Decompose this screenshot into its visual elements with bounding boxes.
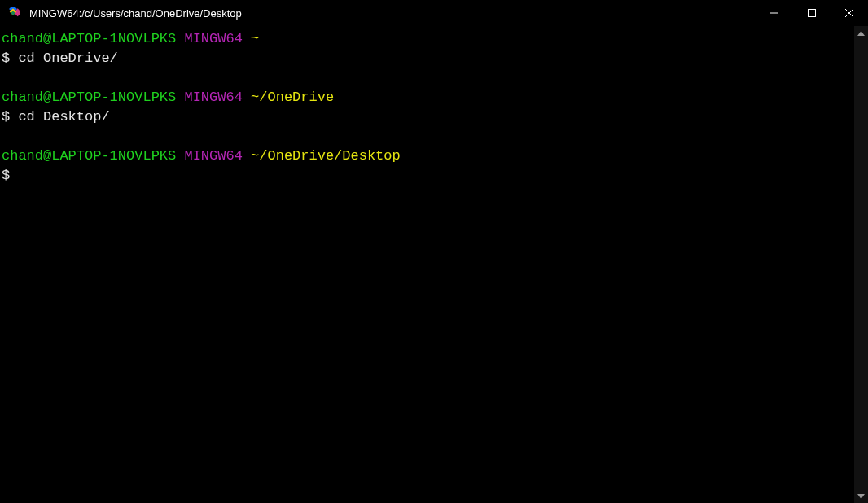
- chevron-down-icon: [857, 494, 865, 499]
- prompt-line: chand@LAPTOP-1NOVLPKS MINGW64 ~/OneDrive…: [2, 147, 853, 166]
- svg-marker-8: [857, 31, 865, 36]
- cwd: ~/OneDrive: [251, 90, 334, 105]
- terminal-area: chand@LAPTOP-1NOVLPKS MINGW64 ~$ cd OneD…: [0, 26, 868, 503]
- git-bash-icon: [7, 7, 20, 20]
- user-host: chand@LAPTOP-1NOVLPKS: [2, 31, 176, 46]
- prompt-line: chand@LAPTOP-1NOVLPKS MINGW64 ~: [2, 29, 853, 49]
- env: MINGW64: [184, 148, 242, 164]
- dollar: $: [2, 168, 10, 183]
- svg-rect-5: [809, 10, 816, 17]
- cursor: [20, 168, 20, 183]
- window: MINGW64:/c/Users/chand/OneDrive/Desktop …: [0, 0, 868, 503]
- prompt-line: chand@LAPTOP-1NOVLPKS MINGW64 ~/OneDrive: [2, 88, 853, 107]
- terminal[interactable]: chand@LAPTOP-1NOVLPKS MINGW64 ~$ cd OneD…: [0, 26, 854, 503]
- titlebar[interactable]: MINGW64:/c/Users/chand/OneDrive/Desktop: [0, 0, 868, 26]
- maximize-button[interactable]: [793, 0, 831, 26]
- cwd: ~: [251, 31, 259, 46]
- dollar: $: [2, 50, 10, 66]
- minimize-icon: [770, 9, 778, 17]
- minimize-button[interactable]: [756, 0, 793, 26]
- env: MINGW64: [184, 90, 242, 105]
- dollar: $: [2, 109, 10, 125]
- user-host: chand@LAPTOP-1NOVLPKS: [2, 90, 176, 105]
- user-host: chand@LAPTOP-1NOVLPKS: [2, 148, 176, 164]
- maximize-icon: [808, 9, 816, 17]
- chevron-up-icon: [857, 31, 865, 36]
- window-title: MINGW64:/c/Users/chand/OneDrive/Desktop: [26, 7, 756, 20]
- close-button[interactable]: [831, 0, 868, 26]
- command-text: cd OneDrive/: [18, 50, 117, 66]
- command-text: cd Desktop/: [18, 109, 109, 125]
- scrollbar[interactable]: [854, 26, 868, 503]
- blank-line: [2, 68, 853, 88]
- env: MINGW64: [184, 31, 242, 46]
- scroll-up-button[interactable]: [854, 26, 868, 40]
- window-buttons: [756, 0, 868, 26]
- command-line: $: [2, 166, 853, 186]
- cwd: ~/OneDrive/Desktop: [251, 148, 401, 164]
- scroll-down-button[interactable]: [854, 489, 868, 503]
- command-line: $ cd OneDrive/: [2, 49, 853, 68]
- command-line: $ cd Desktop/: [2, 107, 853, 127]
- close-icon: [845, 9, 853, 17]
- blank-line: [2, 127, 853, 147]
- app-icon: [0, 7, 26, 20]
- svg-marker-9: [857, 494, 865, 499]
